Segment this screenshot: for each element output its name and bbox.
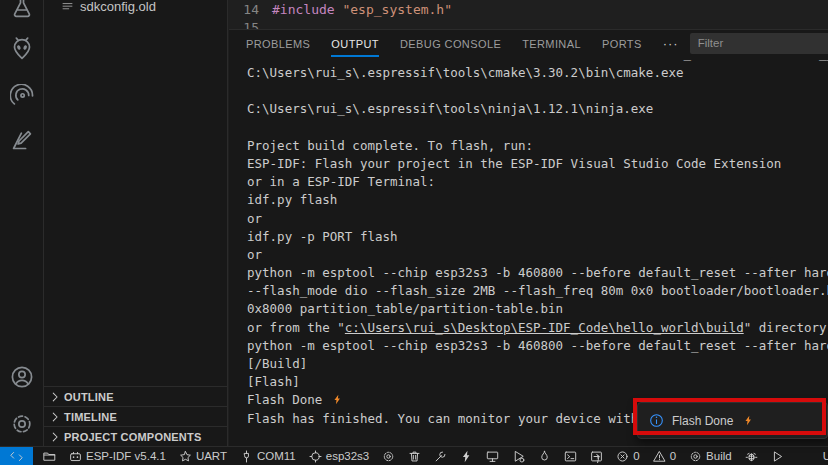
status-item-monitor-device[interactable]: [486, 450, 499, 463]
terminal-icon: [564, 450, 577, 463]
debug-icon: [512, 450, 525, 463]
filter-input[interactable]: Filter: [690, 33, 828, 54]
wrench-icon: [434, 450, 447, 463]
status-item-bug[interactable]: [745, 450, 758, 463]
chevron-right-icon: [48, 430, 62, 444]
output-line: Project build complete. To flash, run:: [247, 137, 828, 155]
efuse-pencil-icon[interactable]: [10, 129, 34, 153]
status-item-erase-flash[interactable]: [538, 450, 551, 463]
lightning-bolt-icon: [743, 414, 754, 427]
output-line: or in a ESP-IDF Terminal:: [247, 173, 828, 191]
play-icon: [771, 450, 784, 463]
status-item-debug-device[interactable]: [512, 450, 525, 463]
sidebar-sections: OUTLINETIMELINEPROJECT COMPONENTS: [44, 386, 227, 446]
folder-icon: [43, 450, 56, 463]
output-line: C:\Users\rui_s\.espressif\tools\ninja\1.…: [247, 100, 828, 118]
output-console[interactable]: _ ___ C:\Users\rui_s\.espressif\tools\cm…: [229, 58, 828, 446]
file-item-sdkconfig-old[interactable]: sdkconfig.old: [44, 0, 227, 14]
file-lines-icon: [61, 0, 74, 13]
export-icon: [590, 450, 603, 463]
line-number: 15: [243, 20, 259, 29]
section-header-timeline[interactable]: TIMELINE: [44, 406, 227, 426]
build-gear-icon: [689, 450, 702, 463]
editor-line-14: 14#include "esp_system.h": [229, 2, 452, 17]
status-bar: ESP-IDF v5.4.1UARTCOM11esp32s300BuildU: [0, 446, 828, 465]
section-header-project-components[interactable]: PROJECT COMPONENTS: [44, 426, 227, 446]
status-item-custom-task[interactable]: [434, 450, 447, 463]
status-item-label: U: [823, 450, 828, 462]
status-item-build[interactable]: Build: [689, 450, 732, 463]
output-line: python -m esptool --chip esp32s3 -b 4608…: [247, 337, 828, 355]
status-item-truncated-right[interactable]: U: [823, 450, 828, 462]
section-header-outline[interactable]: OUTLINE: [44, 386, 227, 406]
output-line: or: [247, 210, 828, 228]
status-item-label: ESP-IDF v5.4.1: [86, 450, 166, 462]
bottom-panel: PROBLEMSOUTPUTDEBUG CONSOLETERMINALPORTS…: [229, 29, 828, 446]
status-item-flash-device[interactable]: [460, 450, 473, 463]
output-line: or: [247, 246, 828, 264]
editor[interactable]: 14#include "esp_system.h" 15: [229, 0, 828, 29]
output-line: [Flash]: [247, 373, 828, 391]
status-item-errors[interactable]: 0: [616, 450, 639, 463]
status-item-label: esp32s3: [326, 450, 369, 462]
notification-label: Flash Done: [672, 414, 733, 428]
output-line: [247, 82, 828, 100]
line-number: 14: [243, 2, 259, 17]
panel-tab-output[interactable]: OUTPUT: [331, 30, 379, 57]
chevron-right-icon: [48, 390, 62, 404]
panel-tab-terminal[interactable]: TERMINAL: [522, 30, 581, 57]
chevron-right-icon: [48, 410, 62, 424]
panel-tab-ports[interactable]: PORTS: [602, 30, 642, 57]
editor-line-15: 15: [229, 20, 272, 29]
monitor-icon: [486, 450, 499, 463]
output-line: idf.py -p PORT flash: [247, 228, 828, 246]
remote-icon: [10, 450, 23, 463]
code-keyword: #include: [272, 2, 335, 17]
account-icon[interactable]: [10, 365, 34, 389]
status-item-folder[interactable]: [43, 450, 56, 463]
bug-icon: [745, 450, 758, 463]
status-item-sdk-config[interactable]: [382, 450, 395, 463]
build-directory-link[interactable]: c:\Users\rui_s\Desktop\ESP-IDF_Code\hell…: [345, 320, 744, 335]
status-item-terminal[interactable]: [564, 450, 577, 463]
status-item-export[interactable]: [590, 450, 603, 463]
notification-toast[interactable]: Flash Done: [637, 402, 828, 439]
status-item-full-clean[interactable]: [408, 450, 421, 463]
vscode-window: sdkconfig.old OUTLINETIMELINEPROJECT COM…: [0, 0, 828, 465]
output-line: 0x8000 partition_table/partition-table.b…: [247, 300, 828, 318]
status-item-flash-method-uart[interactable]: UART: [179, 450, 227, 463]
output-line: ESP-IDF: Flash your project in the ESP-I…: [247, 155, 828, 173]
trash-icon: [408, 450, 421, 463]
output-line: --flash_mode dio --flash_size 2MB --flas…: [247, 282, 828, 300]
more-actions-icon[interactable]: ···: [663, 36, 679, 51]
error-icon: [616, 450, 629, 463]
alien-icon[interactable]: [10, 37, 34, 61]
lightning-bolt-icon: [332, 393, 343, 406]
status-item-device-target[interactable]: esp32s3: [309, 450, 369, 463]
sidebar: sdkconfig.old OUTLINETIMELINEPROJECT COM…: [44, 0, 228, 446]
bolt-icon: [460, 450, 473, 463]
activity-bar: [0, 0, 44, 446]
flask-icon[interactable]: [10, 0, 34, 19]
panel-header: PROBLEMSOUTPUTDEBUG CONSOLETERMINALPORTS…: [229, 30, 828, 57]
settings-gear-icon[interactable]: [10, 412, 34, 436]
output-line: idf.py flash: [247, 191, 828, 209]
output-line: C:\Users\rui_s\.espressif\tools\cmake\3.…: [247, 64, 828, 82]
panel-tab-problems[interactable]: PROBLEMS: [246, 30, 310, 57]
output-line: [247, 119, 828, 137]
spiral-icon[interactable]: [10, 84, 34, 108]
status-item-run[interactable]: [771, 450, 784, 463]
section-label: PROJECT COMPONENTS: [64, 431, 201, 443]
file-item-label: sdkconfig.old: [80, 0, 156, 14]
panel-tab-debug-console[interactable]: DEBUG CONSOLE: [400, 30, 501, 57]
status-item-serial-port[interactable]: COM11: [240, 450, 296, 463]
output-line: [/Build]: [247, 355, 828, 373]
star-icon: [179, 450, 192, 463]
output-line: or from the "c:\Users\rui_s\Desktop\ESP-…: [247, 319, 828, 337]
status-item-label: 0: [633, 450, 639, 462]
section-label: OUTLINE: [64, 391, 114, 403]
status-item-remote[interactable]: [0, 447, 33, 465]
status-item-esp-idf-version[interactable]: ESP-IDF v5.4.1: [69, 450, 166, 463]
output-line: python -m esptool --chip esp32s3 -b 4608…: [247, 264, 828, 282]
status-item-warnings[interactable]: 0: [653, 450, 676, 463]
